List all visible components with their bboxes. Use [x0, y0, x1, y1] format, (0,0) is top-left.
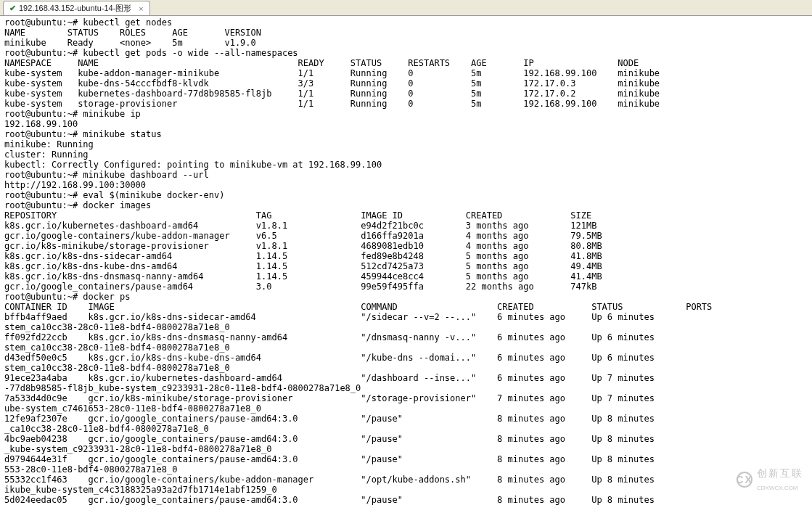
tab-bar: ✔ 192.168.43.152-ubuntu-14-图形 × [0, 0, 812, 16]
tab-title: 192.168.43.152-ubuntu-14-图形 [19, 3, 131, 14]
terminal-tab[interactable]: ✔ 192.168.43.152-ubuntu-14-图形 × [3, 1, 150, 15]
watermark: CX 创新互联 CDXWCX.COM [737, 467, 803, 492]
check-icon: ✔ [9, 4, 16, 13]
watermark-sub: CDXWCX.COM [757, 485, 797, 491]
terminal-output[interactable]: root@ubuntu:~# kubectl get nodes NAME ST… [0, 16, 812, 505]
watermark-text: 创新互联 [757, 467, 803, 479]
watermark-logo-icon: CX [737, 472, 752, 488]
close-icon[interactable]: × [139, 4, 143, 13]
